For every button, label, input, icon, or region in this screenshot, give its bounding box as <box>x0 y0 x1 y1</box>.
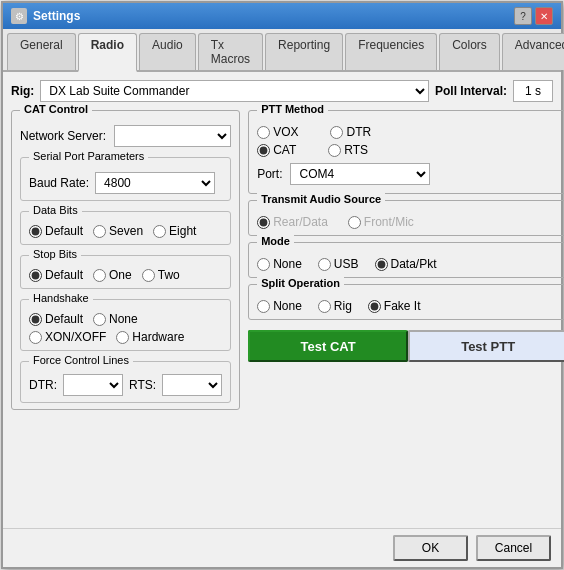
settings-icon: ⚙ <box>11 8 27 24</box>
baud-rate-select[interactable]: 4800 <box>95 172 215 194</box>
data-bits-group: Data Bits Default Seven <box>20 211 231 245</box>
data-bits-title: Data Bits <box>29 204 82 216</box>
handshake-row2: XON/XOFF Hardware <box>29 330 222 344</box>
tab-advanced[interactable]: Advanced <box>502 33 564 70</box>
handshake-default[interactable]: Default <box>29 312 83 326</box>
title-buttons: ? ✕ <box>514 7 553 25</box>
poll-interval-input[interactable] <box>513 80 553 102</box>
network-server-row: Network Server: <box>20 125 231 147</box>
baud-rate-label: Baud Rate: <box>29 176 89 190</box>
rig-select[interactable]: DX Lab Suite Commander <box>40 80 429 102</box>
mode-usb[interactable]: USB <box>318 257 359 271</box>
ptt-method-group: PTT Method VOX DTR <box>248 110 564 194</box>
rig-row: Rig: DX Lab Suite Commander Poll Interva… <box>11 80 553 102</box>
stop-bits-default[interactable]: Default <box>29 268 83 282</box>
mode-title: Mode <box>257 235 294 247</box>
transmit-audio-group: Transmit Audio Source Rear/Data Front/Mi… <box>248 200 564 236</box>
stop-bits-options: Default One Two <box>29 268 222 282</box>
settings-window: ⚙ Settings ? ✕ General Radio Audio Tx Ma… <box>1 1 563 569</box>
test-ptt-button[interactable]: Test PTT <box>408 330 564 362</box>
split-none[interactable]: None <box>257 299 302 313</box>
data-bits-seven[interactable]: Seven <box>93 224 143 238</box>
network-server-select[interactable] <box>114 125 231 147</box>
handshake-xon[interactable]: XON/XOFF <box>29 330 106 344</box>
tab-tx-macros[interactable]: Tx Macros <box>198 33 263 70</box>
rts-select[interactable] <box>162 374 222 396</box>
force-control-lines-title: Force Control Lines <box>29 354 133 366</box>
ptt-cat[interactable]: CAT <box>257 143 296 157</box>
split-operation-group: Split Operation None Rig Fake It <box>248 284 564 320</box>
tab-reporting[interactable]: Reporting <box>265 33 343 70</box>
title-bar-left: ⚙ Settings <box>11 8 80 24</box>
force-row: DTR: RTS: <box>29 374 222 396</box>
data-bits-default[interactable]: Default <box>29 224 83 238</box>
ptt-row2: CAT RTS <box>257 143 559 157</box>
stop-bits-group: Stop Bits Default One <box>20 255 231 289</box>
window-title: Settings <box>33 9 80 23</box>
handshake-hardware[interactable]: Hardware <box>116 330 184 344</box>
tab-audio[interactable]: Audio <box>139 33 196 70</box>
audio-rear-data[interactable]: Rear/Data <box>257 215 328 229</box>
baud-rate-row: Baud Rate: 4800 <box>29 172 222 194</box>
ptt-row1: VOX DTR <box>257 125 559 139</box>
mode-none[interactable]: None <box>257 257 302 271</box>
tab-frequencies[interactable]: Frequencies <box>345 33 437 70</box>
split-fake-it[interactable]: Fake It <box>368 299 421 313</box>
handshake-title: Handshake <box>29 292 93 304</box>
ptt-rts[interactable]: RTS <box>328 143 368 157</box>
mode-data-pkt[interactable]: Data/Pkt <box>375 257 437 271</box>
split-operation-title: Split Operation <box>257 277 344 289</box>
poll-label: Poll Interval: <box>435 84 507 98</box>
transmit-audio-options: Rear/Data Front/Mic <box>257 215 559 229</box>
cat-control-group: CAT Control Network Server: Serial Port … <box>11 110 240 410</box>
network-server-label: Network Server: <box>20 129 106 143</box>
bottom-bar: OK Cancel <box>3 528 561 567</box>
serial-port-params-group: Serial Port Parameters Baud Rate: 4800 <box>20 157 231 201</box>
rts-label: RTS: <box>129 378 156 392</box>
ptt-method-title: PTT Method <box>257 103 328 115</box>
stop-bits-title: Stop Bits <box>29 248 81 260</box>
handshake-group: Handshake Default None <box>20 299 231 351</box>
ptt-port-label: Port: <box>257 167 282 181</box>
test-cat-button[interactable]: Test CAT <box>248 330 408 362</box>
serial-port-params-title: Serial Port Parameters <box>29 150 148 162</box>
data-bits-options: Default Seven Eight <box>29 224 222 238</box>
rig-label: Rig: <box>11 84 34 98</box>
transmit-audio-title: Transmit Audio Source <box>257 193 385 205</box>
tab-bar: General Radio Audio Tx Macros Reporting … <box>3 29 561 72</box>
main-content: Rig: DX Lab Suite Commander Poll Interva… <box>3 72 561 528</box>
ptt-vox[interactable]: VOX <box>257 125 298 139</box>
cat-control-title: CAT Control <box>20 103 92 115</box>
audio-front-mic[interactable]: Front/Mic <box>348 215 414 229</box>
force-control-lines-group: Force Control Lines DTR: RTS: <box>20 361 231 403</box>
handshake-row1: Default None <box>29 312 222 326</box>
split-rig[interactable]: Rig <box>318 299 352 313</box>
close-button[interactable]: ✕ <box>535 7 553 25</box>
dtr-label: DTR: <box>29 378 57 392</box>
cancel-button[interactable]: Cancel <box>476 535 551 561</box>
dtr-select[interactable] <box>63 374 123 396</box>
split-operation-options: None Rig Fake It <box>257 299 559 313</box>
handshake-none[interactable]: None <box>93 312 138 326</box>
title-bar: ⚙ Settings ? ✕ <box>3 3 561 29</box>
help-button[interactable]: ? <box>514 7 532 25</box>
ptt-port-select[interactable]: COM4 <box>290 163 430 185</box>
tab-radio[interactable]: Radio <box>78 33 137 72</box>
tab-colors[interactable]: Colors <box>439 33 500 70</box>
right-column: PTT Method VOX DTR <box>248 110 564 520</box>
test-buttons-row: Test CAT Test PTT <box>248 330 564 362</box>
data-bits-eight[interactable]: Eight <box>153 224 196 238</box>
left-column: CAT Control Network Server: Serial Port … <box>11 110 240 520</box>
stop-bits-one[interactable]: One <box>93 268 132 282</box>
ptt-port-row: Port: COM4 <box>257 163 559 185</box>
mode-group: Mode None USB Data/Pkt <box>248 242 564 278</box>
mode-options: None USB Data/Pkt <box>257 257 559 271</box>
ok-button[interactable]: OK <box>393 535 468 561</box>
ptt-dtr[interactable]: DTR <box>330 125 371 139</box>
main-columns: CAT Control Network Server: Serial Port … <box>11 110 553 520</box>
stop-bits-two[interactable]: Two <box>142 268 180 282</box>
tab-general[interactable]: General <box>7 33 76 70</box>
